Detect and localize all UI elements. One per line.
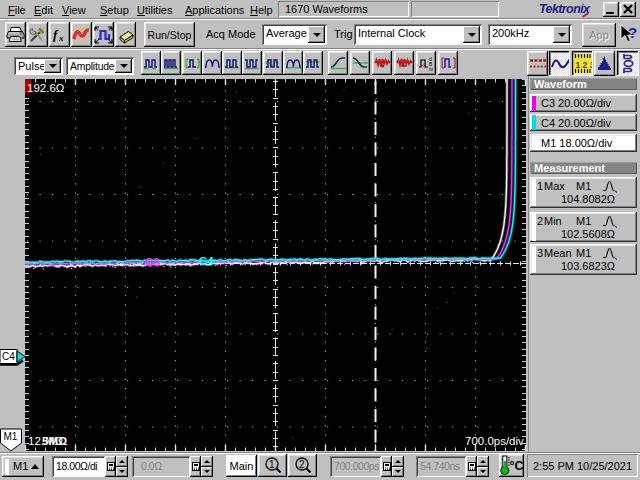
svg-text:700.0ps/div: 700.0ps/div (465, 435, 524, 447)
svg-text:1: 1 (269, 459, 275, 470)
svg-text:?: ? (628, 24, 637, 41)
svg-text:M1: M1 (4, 431, 18, 442)
svg-text:m: m (429, 66, 433, 71)
svg-text:1 2 3: 1 2 3 (576, 60, 593, 70)
svg-text:C3: C3 (145, 256, 160, 268)
svg-text:x: x (58, 33, 64, 43)
svg-text:192.6Ω: 192.6Ω (27, 82, 65, 94)
svg-text:C4: C4 (2, 351, 15, 362)
svg-text:2: 2 (299, 459, 305, 470)
svg-text:C4: C4 (199, 255, 214, 267)
svg-text:MΩ: MΩ (45, 435, 64, 447)
svg-text:°C: °C (509, 459, 523, 473)
